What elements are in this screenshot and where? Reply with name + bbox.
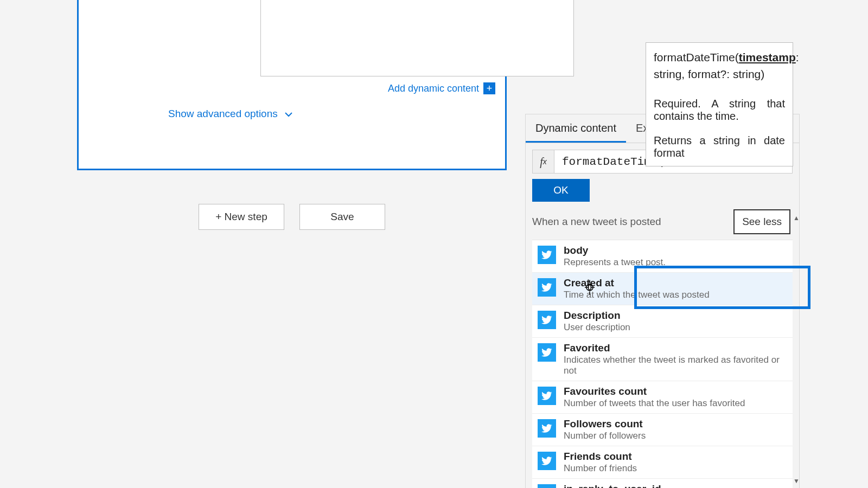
list-item[interactable]: Created atTime at which the tweet was po… (532, 273, 793, 305)
save-button[interactable]: Save (299, 204, 385, 230)
twitter-icon (538, 343, 556, 362)
list-item-title: Followers count (564, 418, 646, 430)
twitter-icon (538, 246, 556, 264)
list-item-desc: Represents a tweet post. (564, 257, 666, 268)
list-item-title: body (564, 245, 666, 256)
section-title: When a new tweet is posted (532, 216, 661, 228)
list-item[interactable]: bodyRepresents a tweet post. (532, 240, 793, 273)
list-item[interactable]: Favourites countNumber of tweets that th… (532, 381, 793, 414)
fx-icon: fx (533, 150, 554, 173)
list-item[interactable]: in_reply_to_user_idUser Id of the author… (532, 479, 793, 488)
show-advanced-options-link[interactable]: Show advanced options (168, 108, 293, 120)
scrollbar-up-icon[interactable]: ▲ (793, 214, 800, 222)
tooltip-returns: Returns a string in date format (654, 134, 785, 159)
add-dynamic-content-link[interactable]: Add dynamic content + (388, 82, 495, 94)
list-item-title: Friends count (564, 451, 637, 463)
function-tooltip: formatDateTime(timestamp: string, format… (646, 42, 793, 166)
dynamic-content-panel: Dynamic content Exp fx formatDateTime( O… (525, 114, 800, 488)
list-item[interactable]: FavoritedIndicates whether the tweet is … (532, 338, 793, 381)
tab-dynamic-content[interactable]: Dynamic content (526, 114, 626, 143)
list-item-desc: Indicates whether the tweet is marked as… (564, 355, 787, 376)
field-label-time: Time: (269, 0, 292, 1)
dynamic-content-list: bodyRepresents a tweet post.Created atTi… (532, 240, 793, 488)
message-body-editor[interactable]: Time: (260, 0, 574, 76)
new-step-button[interactable]: + New step (199, 204, 284, 230)
list-item-title: Created at (564, 277, 710, 289)
add-dynamic-content-label: Add dynamic content (388, 83, 479, 94)
list-item[interactable]: DescriptionUser description (532, 305, 793, 338)
list-item-title: in_reply_to_user_id (564, 483, 787, 488)
twitter-icon (538, 278, 556, 297)
plus-icon: + (483, 82, 495, 94)
scrollbar-down-icon[interactable]: ▼ (793, 477, 800, 485)
list-item[interactable]: Friends countNumber of friends (532, 446, 793, 479)
tooltip-required: Required. A string that contains the tim… (654, 98, 785, 123)
list-item-title: Description (564, 310, 630, 322)
list-item-title: Favourites count (564, 386, 745, 397)
twitter-icon (538, 419, 556, 438)
see-less-button[interactable]: See less (733, 209, 790, 234)
action-card: Name of the user: Name × Time: Add dynam… (77, 0, 507, 170)
tooltip-signature: formatDateTime(timestamp: string, format… (654, 49, 785, 84)
list-item-desc: Number of tweets that the user has favor… (564, 398, 745, 409)
show-advanced-label: Show advanced options (168, 108, 278, 120)
twitter-icon (538, 484, 556, 488)
ok-button[interactable]: OK (532, 179, 590, 202)
list-item-desc: User description (564, 322, 630, 333)
list-item-title: Favorited (564, 342, 787, 354)
tooltip-body: Required. A string that contains the tim… (654, 98, 785, 159)
chevron-down-icon (284, 110, 293, 118)
twitter-icon (538, 387, 556, 405)
twitter-icon (538, 311, 556, 329)
list-item[interactable]: Followers countNumber of followers (532, 414, 793, 446)
list-item-desc: Number of followers (564, 431, 646, 441)
list-item-desc: Number of friends (564, 463, 637, 474)
list-item-desc: Time at which the tweet was posted (564, 290, 710, 300)
section-header: When a new tweet is posted See less (532, 209, 793, 234)
twitter-icon (538, 452, 556, 470)
